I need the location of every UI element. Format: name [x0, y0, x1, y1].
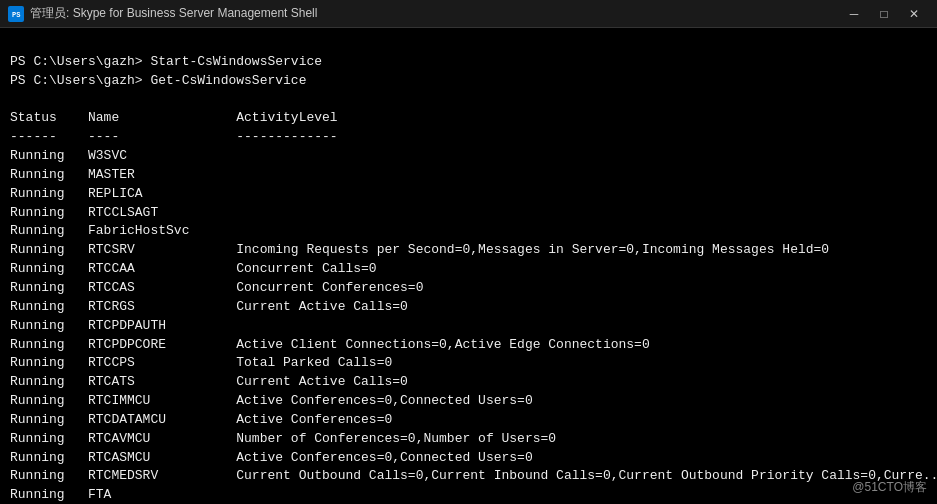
- maximize-button[interactable]: □: [869, 3, 899, 25]
- terminal-output: PS C:\Users\gazh> Start-CsWindowsService…: [0, 28, 937, 504]
- close-button[interactable]: ✕: [899, 3, 929, 25]
- app-icon: PS: [8, 6, 24, 22]
- minimize-button[interactable]: ─: [839, 3, 869, 25]
- window-title: 管理员: Skype for Business Server Managemen…: [30, 5, 317, 22]
- window-controls: ─ □ ✕: [839, 3, 929, 25]
- svg-text:PS: PS: [12, 11, 20, 19]
- watermark: @51CTO博客: [852, 479, 927, 496]
- title-bar: PS 管理员: Skype for Business Server Manage…: [0, 0, 937, 28]
- title-bar-left: PS 管理员: Skype for Business Server Manage…: [8, 5, 317, 22]
